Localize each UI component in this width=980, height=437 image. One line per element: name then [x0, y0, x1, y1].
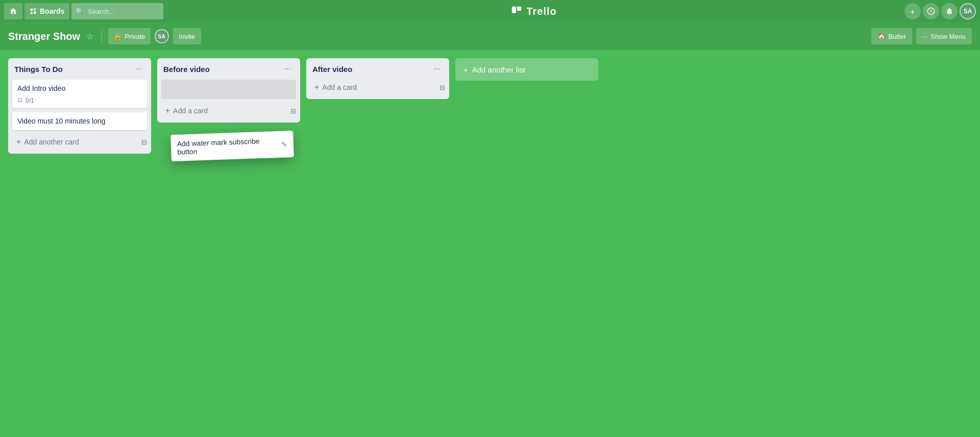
add-card-label-2: Add a card	[173, 107, 208, 115]
add-icon: +	[911, 7, 915, 16]
add-card-row-1: + Add another card ⊟	[12, 134, 147, 150]
card-add-intro-video[interactable]: Add Intro video ☑ 0/1	[12, 80, 147, 108]
nav-right: + SA	[904, 3, 976, 19]
list-title-3: After video	[312, 65, 430, 74]
template-icon-3[interactable]: ⊟	[439, 84, 445, 91]
visibility-button[interactable]: 🔒 Private	[108, 28, 150, 44]
boards-button[interactable]: Boards	[24, 3, 69, 19]
card-meta-1: ☑ 0/1	[17, 97, 142, 104]
add-card-label-3: Add a card	[322, 83, 357, 91]
search-wrapper: 🔍	[71, 3, 163, 19]
show-menu-button[interactable]: ··· Show Menu	[916, 28, 972, 44]
card-placeholder	[161, 80, 296, 99]
svg-rect-3	[31, 12, 33, 14]
add-card-label-1: Add another card	[24, 138, 79, 146]
dots-icon: ···	[922, 33, 928, 40]
add-card-button-1[interactable]: + Add another card	[12, 134, 141, 150]
butler-label: Butler	[889, 33, 906, 40]
top-nav: Boards 🔍 Trello + SA	[0, 0, 980, 22]
card-title-2: Video must 10 minutes long	[17, 116, 142, 127]
edit-icon: ✎	[281, 140, 288, 148]
trello-logo: Trello	[165, 6, 902, 17]
svg-rect-4	[512, 7, 516, 13]
plus-icon-2: +	[165, 106, 170, 115]
plus-icon-3: +	[314, 83, 319, 92]
list-menu-button-2[interactable]: ···	[281, 63, 294, 75]
board-header: Stranger Show ☆ 🔒 Private SA Invite 🏠 Bu…	[0, 22, 980, 50]
checklist-icon: ☑	[17, 97, 22, 104]
lock-icon: 🔒	[113, 33, 121, 40]
user-avatar[interactable]: SA	[960, 3, 976, 19]
checklist-count: 0/1	[26, 97, 34, 104]
svg-rect-1	[34, 9, 36, 10]
invite-button[interactable]: Invite	[173, 28, 201, 44]
dragging-card[interactable]: Add water mark subscribe button ✎	[170, 131, 294, 161]
butler-icon: 🏠	[877, 33, 886, 40]
template-icon-2[interactable]: ⊟	[290, 107, 296, 115]
member-avatar[interactable]: SA	[155, 29, 169, 43]
plus-icon-list: +	[463, 65, 468, 74]
header-divider	[102, 30, 102, 42]
card-title-1: Add Intro video	[17, 84, 142, 94]
add-list-button[interactable]: + Add another list	[455, 58, 598, 81]
add-card-row-3: + Add a card ⊟	[310, 80, 445, 95]
add-button[interactable]: +	[904, 3, 921, 19]
list-title-1: Things To Do	[14, 65, 132, 74]
list-title-2: Before video	[163, 65, 281, 74]
avatar-initials: SA	[964, 8, 972, 15]
board-title: Stranger Show	[8, 31, 80, 42]
list-before-video: Before video ··· + Add a card ⊟	[157, 58, 300, 123]
info-button[interactable]	[923, 3, 939, 19]
home-button[interactable]	[4, 3, 22, 19]
invite-label: Invite	[179, 33, 195, 40]
list-things-to-do: Things To Do ··· Add Intro video ☑ 0/1 V…	[8, 58, 151, 154]
search-input[interactable]	[71, 3, 163, 19]
svg-rect-5	[517, 7, 521, 11]
list-menu-button-3[interactable]: ···	[430, 63, 443, 75]
add-list-label: Add another list	[472, 65, 525, 74]
card-video-length[interactable]: Video must 10 minutes long	[12, 112, 147, 131]
dragging-card-title: Add water mark subscribe button	[177, 136, 282, 156]
add-card-button-3[interactable]: + Add a card	[310, 80, 439, 95]
svg-rect-2	[34, 11, 36, 14]
plus-icon-1: +	[16, 137, 21, 147]
template-icon-1[interactable]: ⊟	[141, 138, 147, 146]
header-right: 🏠 Butler ··· Show Menu	[871, 28, 972, 44]
list-header-2: Before video ···	[161, 62, 296, 76]
trello-logo-text: Trello	[526, 6, 556, 17]
show-menu-label: Show Menu	[930, 33, 966, 40]
star-button[interactable]: ☆	[84, 30, 95, 43]
notifications-button[interactable]	[941, 3, 958, 19]
list-after-video: After video ··· + Add a card ⊟	[306, 58, 449, 99]
svg-rect-0	[31, 9, 33, 11]
add-card-row-2: + Add a card ⊟	[161, 103, 296, 118]
board-content: Things To Do ··· Add Intro video ☑ 0/1 V…	[0, 50, 980, 437]
list-header-3: After video ···	[310, 62, 445, 76]
list-header-1: Things To Do ···	[12, 62, 147, 76]
member-initials: SA	[158, 33, 165, 39]
list-menu-button-1[interactable]: ···	[132, 63, 145, 75]
boards-label: Boards	[40, 7, 64, 15]
visibility-label: Private	[125, 33, 145, 40]
add-card-button-2[interactable]: + Add a card	[161, 103, 290, 118]
butler-button[interactable]: 🏠 Butler	[871, 28, 912, 44]
